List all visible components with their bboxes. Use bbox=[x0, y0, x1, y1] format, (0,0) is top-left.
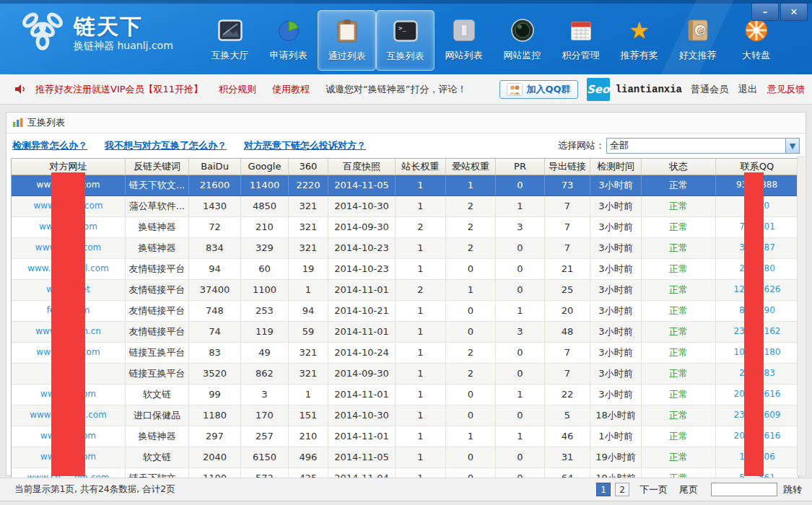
column-header: Google bbox=[241, 159, 289, 175]
google-count-cell: 49 bbox=[241, 343, 289, 363]
pr-cell: 1 bbox=[496, 385, 545, 405]
feedback-link[interactable]: 意见反馈 bbox=[767, 83, 805, 96]
table-row[interactable]: www et友情链接平台37400110012014-11-01210253小时… bbox=[12, 280, 798, 301]
site-filter-label: 选择网站： bbox=[558, 139, 605, 152]
export-links-cell: 25 bbox=[545, 280, 590, 300]
s360-count-cell: 210 bbox=[289, 426, 328, 447]
table-row[interactable]: fei com友情链接平台748253942014-10-21101203小时前… bbox=[12, 301, 798, 322]
column-header: PR bbox=[496, 159, 545, 175]
column-header: 百度快照 bbox=[328, 159, 396, 175]
nav-item-apply-list[interactable]: 申请列表 bbox=[259, 10, 318, 71]
aizhan-weight-cell: 2 bbox=[446, 364, 496, 384]
table-row[interactable]: zh et链接互换平台35208623212014-09-3012073小时前正… bbox=[12, 364, 798, 385]
exchange-hall-icon bbox=[218, 16, 243, 45]
help-link-abnormal[interactable]: 检测异常怎么办？ bbox=[12, 139, 87, 152]
status-cell: 正常 bbox=[642, 175, 716, 196]
baidu-count-cell: 3520 bbox=[189, 364, 241, 384]
table-row[interactable]: www.ba ni.com进口保健品11801701512014-10-3010… bbox=[12, 405, 798, 426]
nav-item-exchange-hall[interactable]: 互换大厅 bbox=[201, 10, 259, 71]
minimize-button[interactable]: – bbox=[751, 3, 779, 21]
column-header: 反链关键词 bbox=[126, 159, 189, 175]
next-page-link[interactable]: 下一页 bbox=[639, 483, 668, 496]
export-links-cell: 20 bbox=[545, 301, 590, 321]
app-logo: 链天下 换链神器 huanlj.com bbox=[19, 12, 173, 56]
webmaster-weight-cell: 2 bbox=[396, 280, 446, 300]
redaction-overlay-qq bbox=[744, 172, 764, 476]
check-time-cell: 3小时前 bbox=[590, 343, 642, 363]
table-row[interactable]: www.x .com链天下软文...216001140022202014-11-… bbox=[12, 175, 798, 196]
points-rules-link[interactable]: 积分规则 bbox=[219, 83, 256, 96]
nav-item-article-recommend[interactable]: @ 好文推荐 bbox=[668, 10, 727, 71]
tutorial-link[interactable]: 使用教程 bbox=[272, 83, 310, 96]
baidu-snapshot-cell: 2014-10-21 bbox=[328, 301, 396, 321]
vertical-scrollbar[interactable] bbox=[797, 157, 806, 476]
article-recommend-icon: @ bbox=[686, 16, 710, 45]
export-links-cell: 7 bbox=[545, 364, 590, 384]
google-count-cell: 4850 bbox=[241, 196, 289, 216]
speaker-icon bbox=[14, 84, 27, 95]
nav-item-exchange-list[interactable]: >_ 互换列表 bbox=[376, 10, 435, 71]
pr-cell: 0 bbox=[496, 447, 545, 467]
notice-bar: 推荐好友注册就送VIP会员【双11开抢】 积分规则 使用教程 诚邀您对“换链神器… bbox=[0, 74, 812, 105]
nav-item-referral-reward[interactable]: ★ 推荐有奖 bbox=[610, 10, 668, 71]
logout-link[interactable]: 退出 bbox=[738, 83, 757, 96]
table-row[interactable]: www.b .com链接互换平台83493212014-10-2412073小时… bbox=[12, 343, 798, 364]
keyword-cell: 软文链 bbox=[126, 385, 189, 405]
points-manage-icon bbox=[569, 16, 593, 45]
webmaster-weight-cell: 1 bbox=[396, 259, 446, 279]
baidu-count-cell: 21600 bbox=[189, 175, 241, 196]
page-summary-text: 当前显示第1页, 共有24条数据, 合计2页 bbox=[14, 483, 175, 496]
page-button-1[interactable]: 1 bbox=[596, 483, 611, 496]
aizhan-weight-cell: 0 bbox=[446, 447, 496, 467]
check-time-cell: 3小时前 bbox=[590, 238, 642, 258]
column-header: 状态 bbox=[642, 159, 716, 175]
table-row[interactable]: www.l a.com换链神器8343293212014-10-2312073小… bbox=[12, 238, 798, 259]
nav-item-site-list[interactable]: 网站列表 bbox=[435, 10, 493, 71]
jump-link[interactable]: 跳转 bbox=[783, 483, 802, 496]
keyword-cell: 蒲公草软件... bbox=[126, 196, 189, 216]
help-link-complain[interactable]: 对方恶意下链怎么投诉对方？ bbox=[244, 139, 366, 152]
table-row[interactable]: www.g g.com蒲公草软件...143048503212014-10-30… bbox=[12, 196, 798, 217]
help-link-stop-exchange[interactable]: 我不想与对方互换了怎么办？ bbox=[105, 139, 227, 152]
close-button[interactable]: ✕ bbox=[780, 3, 808, 21]
table-header-row: 对方网址反链关键词BaiDuGoogle360百度快照站长权重爱站权重PR导出链… bbox=[12, 159, 798, 175]
s360-count-cell: 321 bbox=[289, 196, 328, 216]
svg-text:>_: >_ bbox=[398, 25, 406, 32]
status-cell: 正常 bbox=[642, 426, 716, 447]
s360-count-cell: 2220 bbox=[289, 175, 328, 196]
export-links-cell: 7 bbox=[545, 238, 590, 258]
nav-item-site-monitor[interactable]: 网站监控 bbox=[493, 10, 551, 71]
join-qq-group-button[interactable]: 加入QQ群 bbox=[499, 80, 577, 99]
chain-links-icon bbox=[19, 12, 66, 56]
table-row[interactable]: www.w m.cn友情链接平台74119592014-11-01103483小… bbox=[12, 322, 798, 343]
table-row[interactable]: www. .com换链神器722103212014-09-3022373小时前正… bbox=[12, 217, 798, 238]
google-count-cell: 210 bbox=[241, 217, 289, 237]
table-row[interactable]: www. com软文链99312014-11-01101223小时前正常20 4… bbox=[12, 385, 798, 405]
status-cell: 正常 bbox=[642, 217, 716, 237]
check-time-cell: 3小时前 bbox=[590, 175, 642, 196]
redaction-overlay-url bbox=[51, 172, 85, 476]
table-row[interactable]: www. com软文链204061504962014-11-051003119小… bbox=[12, 447, 798, 468]
page-button-2[interactable]: 2 bbox=[615, 483, 629, 496]
baidu-count-cell: 94 bbox=[189, 259, 241, 279]
check-time-cell: 3小时前 bbox=[590, 301, 642, 321]
s360-count-cell: 321 bbox=[289, 238, 328, 258]
last-page-link[interactable]: 尾页 bbox=[679, 483, 698, 496]
jump-page-input[interactable] bbox=[711, 483, 777, 496]
keyword-cell: 链天下软文... bbox=[126, 175, 189, 196]
table-body: www.x .com链天下软文...216001140022202014-11-… bbox=[12, 175, 798, 488]
nav-label: 通过列表 bbox=[328, 50, 366, 63]
nav-label: 大转盘 bbox=[742, 49, 770, 62]
chevron-down-icon: ▼ bbox=[785, 139, 799, 153]
nav-item-approved-list[interactable]: 通过列表 bbox=[318, 10, 376, 71]
table-row[interactable]: www.sho ol.com友情链接平台9460192014-10-231002… bbox=[12, 259, 798, 280]
s360-count-cell: 19 bbox=[289, 259, 328, 279]
announcement-link[interactable]: 推荐好友注册就送VIP会员【双11开抢】 bbox=[35, 83, 203, 96]
nav-item-points-manage[interactable]: 积分管理 bbox=[551, 10, 610, 71]
keyword-cell: 换链神器 bbox=[126, 238, 189, 258]
s360-count-cell: 321 bbox=[289, 364, 328, 384]
site-filter-select[interactable]: 全部 ▼ bbox=[606, 138, 800, 154]
google-count-cell: 6150 bbox=[241, 447, 289, 467]
brand-name: 链天下 bbox=[74, 15, 173, 38]
table-row[interactable]: www. com换链神器2972572102014-11-01111461小时前… bbox=[12, 426, 798, 447]
